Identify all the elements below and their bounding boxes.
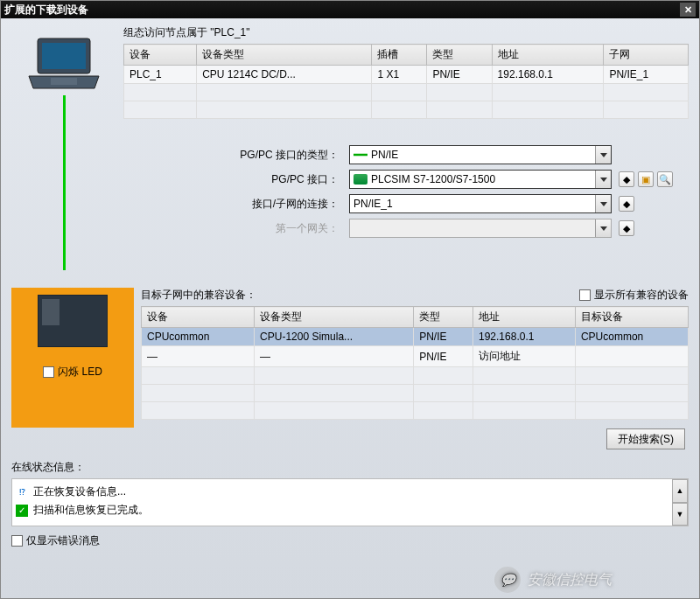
info-icon: ⁉: [16, 486, 28, 498]
chevron-down-icon[interactable]: [595, 171, 611, 188]
table-row[interactable]: CPUcommon CPU-1200 Simula... PN/IE 192.1…: [142, 328, 689, 346]
col-subnet: 子网: [604, 45, 689, 66]
subnet-conn-dropdown[interactable]: PN/IE_1: [349, 194, 612, 213]
flash-led-label: 闪烁 LED: [58, 365, 102, 380]
svg-rect-2: [51, 78, 77, 85]
chevron-down-icon[interactable]: [595, 195, 611, 212]
subnet-conn-label: 接口/子网的连接：: [123, 197, 342, 212]
pgpc-if-label: PG/PC 接口：: [123, 172, 342, 187]
check-icon: ✓: [16, 505, 28, 517]
col-device: 设备: [124, 45, 197, 66]
network-card-icon: [354, 174, 368, 185]
refresh-icon[interactable]: ▣: [638, 171, 654, 187]
config-icon[interactable]: ◆: [619, 196, 634, 212]
search-icon[interactable]: 🔍: [657, 171, 673, 187]
show-all-checkbox[interactable]: [579, 289, 591, 301]
config-icon[interactable]: ◆: [619, 171, 634, 187]
plc-device-panel: 闪烁 LED: [11, 288, 134, 428]
table-row[interactable]: — — PN/IE 访问地址: [142, 346, 689, 367]
connection-line: [63, 95, 66, 270]
chevron-down-icon: [595, 219, 611, 237]
svg-rect-1: [42, 43, 86, 69]
col-type: 类型: [427, 45, 492, 66]
close-button[interactable]: ✕: [680, 3, 696, 17]
laptop-icon: [24, 34, 103, 95]
compat-table: 设备 设备类型 类型 地址 目标设备 CPUcommon CPU-1200 Si…: [141, 306, 689, 420]
chevron-down-icon[interactable]: [595, 146, 611, 164]
config-icon[interactable]: ◆: [619, 220, 634, 236]
col-slot: 插槽: [372, 45, 427, 66]
pgpc-if-dropdown[interactable]: PLCSIM S7-1200/S7-1500: [349, 170, 612, 189]
access-node-table: 设备 设备类型 插槽 类型 地址 子网 PLC_1 CPU 1214C DC/D…: [123, 44, 689, 119]
only-errors-checkbox[interactable]: [11, 535, 23, 547]
title-bar: 扩展的下载到设备 ✕: [1, 1, 699, 18]
list-item: ⁉ 正在恢复设备信息...: [16, 483, 684, 501]
scroll-down-button[interactable]: ▼: [672, 503, 688, 526]
pnie-icon: [354, 150, 368, 160]
pgpc-type-label: PG/PC 接口的类型：: [123, 148, 342, 163]
col-device-type: 设备类型: [197, 45, 372, 66]
first-gw-dropdown: [349, 219, 612, 238]
table-row[interactable]: PLC_1 CPU 1214C DC/D... 1 X1 PN/IE 192.1…: [124, 66, 689, 84]
start-search-button[interactable]: 开始搜索(S): [606, 428, 685, 449]
show-all-label: 显示所有兼容的设备: [594, 288, 689, 303]
flash-led-checkbox[interactable]: [43, 366, 54, 378]
only-errors-label: 仅显示错误消息: [26, 533, 100, 548]
first-gw-label: 第一个网关：: [123, 221, 342, 236]
plc-device-icon: [38, 295, 108, 347]
list-item: ✓ 扫描和信息恢复已完成。: [16, 501, 684, 519]
status-label: 在线状态信息：: [11, 460, 689, 475]
compat-label: 目标子网中的兼容设备：: [141, 288, 256, 303]
status-list: ⁉ 正在恢复设备信息... ✓ 扫描和信息恢复已完成。 ▲ ▼: [11, 478, 689, 526]
scroll-up-button[interactable]: ▲: [672, 479, 688, 503]
access-node-label: 组态访问节点属于 "PLC_1": [123, 25, 689, 40]
window-title: 扩展的下载到设备: [4, 3, 680, 17]
col-address: 地址: [492, 45, 604, 66]
pgpc-type-dropdown[interactable]: PN/IE: [349, 145, 612, 164]
